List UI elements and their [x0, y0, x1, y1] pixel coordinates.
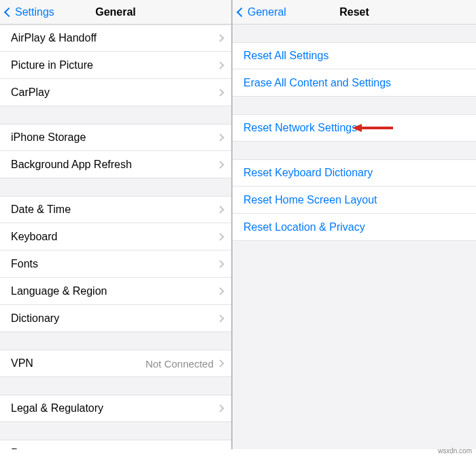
row-label: CarPlay [11, 86, 50, 99]
chevron-right-icon [216, 359, 224, 367]
row-vpn[interactable]: VPN Not Connected [0, 350, 231, 377]
chevron-right-icon [216, 34, 224, 42]
chevron-left-icon [4, 7, 14, 16]
row-label: Reset Network Settings [243, 122, 357, 134]
back-label: General [248, 6, 286, 18]
watermark: wsxdn.com [438, 447, 472, 455]
row-language-region[interactable]: Language & Region [0, 278, 231, 305]
row-label: Keyboard [11, 231, 58, 243]
chevron-right-icon [216, 404, 224, 412]
row-airplay-handoff[interactable]: AirPlay & Handoff [0, 25, 231, 52]
row-label: Reset Keyboard Dictionary [243, 167, 373, 179]
row-fonts[interactable]: Fonts [0, 250, 231, 278]
row-label: Erase All Content and Settings [243, 77, 391, 89]
row-label: Legal & Regulatory [11, 402, 103, 414]
row-label: Reset [11, 447, 39, 449]
annotation-arrow-icon [45, 448, 83, 449]
row-carplay[interactable]: CarPlay [0, 79, 231, 106]
vpn-status: Not Connected [146, 358, 214, 370]
row-picture-in-picture[interactable]: Picture in Picture [0, 52, 231, 79]
row-legal-regulatory[interactable]: Legal & Regulatory [0, 395, 231, 422]
row-reset-keyboard-dictionary[interactable]: Reset Keyboard Dictionary [233, 159, 476, 186]
row-reset-home-screen-layout[interactable]: Reset Home Screen Layout [233, 186, 476, 214]
back-label: Settings [15, 6, 54, 18]
chevron-right-icon [216, 260, 224, 267]
row-label: Dictionary [11, 312, 59, 325]
row-dictionary[interactable]: Dictionary [0, 305, 231, 332]
row-label: Fonts [11, 258, 38, 270]
row-label: Date & Time [11, 203, 71, 216]
chevron-right-icon [216, 88, 224, 96]
chevron-right-icon [216, 61, 224, 69]
row-label: Reset All Settings [243, 50, 328, 62]
row-label: Language & Region [11, 285, 107, 297]
general-settings-panel: Settings General AirPlay & Handoff Pictu… [0, 0, 233, 449]
navbar-right: General Reset [233, 0, 476, 25]
row-label: VPN [11, 357, 33, 370]
row-erase-all-content[interactable]: Erase All Content and Settings [233, 69, 476, 97]
navbar-left: Settings General [0, 0, 231, 25]
row-label: Reset Location & Privacy [243, 221, 365, 233]
row-label: Background App Refresh [11, 159, 132, 171]
chevron-right-icon [216, 133, 224, 141]
annotation-arrow-icon [352, 123, 393, 133]
chevron-right-icon [216, 287, 224, 295]
row-label: AirPlay & Handoff [11, 32, 97, 44]
chevron-left-icon [237, 7, 246, 16]
row-date-time[interactable]: Date & Time [0, 196, 231, 223]
row-reset[interactable]: Reset [0, 440, 231, 449]
row-label: Reset Home Screen Layout [243, 194, 377, 206]
chevron-right-icon [216, 314, 224, 322]
row-label: iPhone Storage [11, 131, 86, 144]
row-reset-network-settings[interactable]: Reset Network Settings [233, 114, 476, 142]
chevron-right-icon [216, 233, 224, 240]
row-iphone-storage[interactable]: iPhone Storage [0, 124, 231, 151]
chevron-right-icon [216, 206, 224, 213]
row-reset-all-settings[interactable]: Reset All Settings [233, 42, 476, 69]
row-keyboard[interactable]: Keyboard [0, 223, 231, 250]
back-to-settings-button[interactable]: Settings [0, 6, 54, 18]
row-reset-location-privacy[interactable]: Reset Location & Privacy [233, 214, 476, 241]
chevron-right-icon [216, 161, 224, 168]
row-background-app-refresh[interactable]: Background App Refresh [0, 151, 231, 178]
back-to-general-button[interactable]: General [233, 6, 286, 18]
row-label: Picture in Picture [11, 59, 93, 71]
reset-settings-panel: General Reset Reset All Settings Erase A… [233, 0, 476, 449]
